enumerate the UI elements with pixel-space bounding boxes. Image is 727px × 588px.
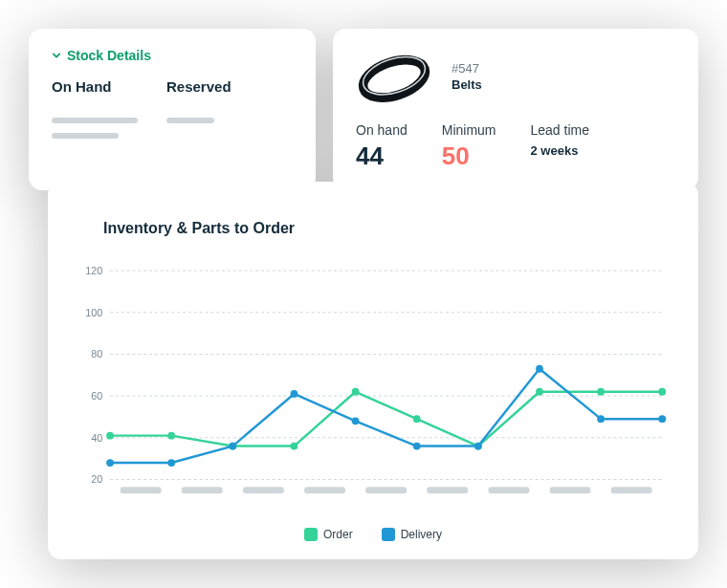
belt-icon	[356, 48, 432, 105]
svg-point-35	[229, 443, 236, 450]
svg-point-0	[359, 53, 430, 104]
lead-time-stat-value: 2 weeks	[531, 143, 589, 158]
item-name: Belts	[452, 77, 482, 92]
minimum-stat-value: 50	[442, 142, 496, 171]
stock-details-toggle[interactable]: Stock Details	[52, 48, 293, 63]
svg-point-38	[413, 443, 421, 450]
svg-rect-19	[427, 487, 468, 493]
svg-point-39	[474, 443, 482, 450]
svg-rect-15	[182, 487, 223, 493]
chart-title: Inventory & Parts to Order	[103, 220, 672, 237]
legend-swatch-order	[304, 528, 318, 541]
reserved-column: Reserved	[166, 78, 231, 148]
legend-swatch-delivery	[382, 528, 395, 541]
stat-on-hand: On hand 44	[356, 122, 408, 171]
svg-point-40	[536, 365, 543, 373]
stock-details-title: Stock Details	[67, 48, 151, 63]
lead-time-stat-label: Lead time	[531, 122, 589, 138]
svg-text:40: 40	[91, 432, 102, 444]
chevron-down-icon	[52, 51, 61, 60]
legend-order-label: Order	[323, 528, 353, 541]
svg-point-26	[291, 443, 298, 450]
legend-delivery-label: Delivery	[401, 528, 442, 541]
svg-rect-21	[550, 487, 591, 493]
item-sku: #547	[452, 61, 482, 76]
chart-panel: Inventory & Parts to Order 2040608010012…	[48, 182, 698, 559]
stat-lead-time: Lead time 2 weeks	[531, 122, 589, 158]
stock-details-card: Stock Details On Hand Reserved	[29, 29, 316, 190]
svg-rect-20	[488, 487, 529, 493]
svg-text:80: 80	[91, 348, 102, 359]
svg-point-31	[597, 388, 605, 396]
reserved-label: Reserved	[166, 78, 231, 95]
svg-point-36	[291, 390, 298, 398]
svg-point-28	[413, 415, 421, 423]
on-hand-stat-value: 44	[356, 142, 408, 171]
svg-text:100: 100	[85, 307, 102, 318]
svg-point-42	[658, 415, 666, 423]
svg-rect-17	[304, 487, 345, 493]
svg-rect-16	[243, 487, 284, 493]
inventory-chart: 20406080100120	[75, 252, 672, 520]
svg-text:120: 120	[85, 265, 102, 276]
on-hand-stat-label: On hand	[356, 122, 408, 138]
on-hand-label: On Hand	[52, 78, 138, 95]
svg-rect-14	[121, 487, 162, 493]
svg-point-33	[106, 459, 114, 467]
svg-point-41	[597, 415, 605, 423]
svg-point-30	[536, 388, 543, 396]
stat-minimum: Minimum 50	[442, 122, 496, 171]
item-card: #547 Belts On hand 44 Minimum 50 Lead ti…	[333, 29, 698, 190]
svg-rect-22	[611, 487, 652, 493]
placeholder-line	[52, 118, 138, 123]
svg-point-32	[658, 388, 666, 396]
svg-text:60: 60	[91, 390, 102, 402]
svg-point-27	[352, 388, 360, 396]
chart-legend: Order Delivery	[75, 528, 672, 541]
svg-rect-18	[365, 487, 407, 493]
svg-point-34	[167, 459, 175, 467]
svg-point-24	[167, 432, 175, 440]
legend-delivery: Delivery	[382, 528, 442, 541]
placeholder-line	[166, 118, 214, 123]
legend-order: Order	[304, 528, 353, 541]
minimum-stat-label: Minimum	[442, 122, 496, 138]
svg-text:20: 20	[91, 473, 102, 485]
placeholder-line	[52, 133, 119, 139]
svg-point-23	[106, 432, 114, 440]
on-hand-column: On Hand	[52, 78, 138, 148]
svg-point-37	[352, 417, 360, 425]
